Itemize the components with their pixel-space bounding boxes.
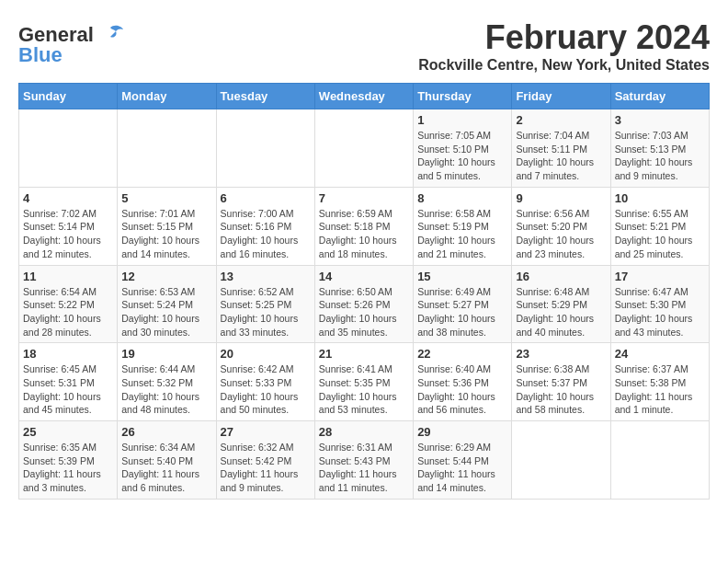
- calendar-cell: 27Sunrise: 6:32 AMSunset: 5:42 PMDayligh…: [216, 421, 314, 500]
- day-info: Sunrise: 7:05 AMSunset: 5:10 PMDaylight:…: [417, 129, 507, 183]
- day-info: Sunrise: 7:03 AMSunset: 5:13 PMDaylight:…: [615, 129, 705, 183]
- day-number: 2: [516, 113, 606, 127]
- day-number: 9: [516, 191, 606, 205]
- calendar-cell: 4Sunrise: 7:02 AMSunset: 5:14 PMDaylight…: [19, 187, 118, 265]
- month-year-title: February 2024: [418, 18, 710, 57]
- logo-blue-text: Blue: [18, 43, 63, 67]
- column-header-monday: Monday: [118, 84, 216, 109]
- day-info: Sunrise: 6:55 AMSunset: 5:21 PMDaylight:…: [615, 207, 705, 261]
- calendar-cell: [19, 109, 118, 188]
- calendar-cell: [610, 421, 709, 500]
- day-number: 5: [121, 191, 211, 205]
- calendar-cell: 13Sunrise: 6:52 AMSunset: 5:25 PMDayligh…: [216, 265, 314, 343]
- calendar-cell: 15Sunrise: 6:49 AMSunset: 5:27 PMDayligh…: [414, 265, 512, 343]
- day-number: 21: [319, 347, 409, 361]
- day-info: Sunrise: 6:37 AMSunset: 5:38 PMDaylight:…: [615, 362, 705, 417]
- calendar-cell: 8Sunrise: 6:58 AMSunset: 5:19 PMDaylight…: [414, 187, 512, 265]
- week-row-2: 4Sunrise: 7:02 AMSunset: 5:14 PMDaylight…: [19, 187, 710, 265]
- calendar-cell: 10Sunrise: 6:55 AMSunset: 5:21 PMDayligh…: [610, 187, 709, 265]
- calendar-cell: 23Sunrise: 6:38 AMSunset: 5:37 PMDayligh…: [512, 343, 610, 421]
- header-row: SundayMondayTuesdayWednesdayThursdayFrid…: [19, 84, 710, 109]
- day-info: Sunrise: 6:52 AMSunset: 5:25 PMDaylight:…: [221, 285, 311, 339]
- day-number: 18: [23, 347, 113, 361]
- day-number: 25: [23, 425, 113, 439]
- day-info: Sunrise: 6:41 AMSunset: 5:35 PMDaylight:…: [319, 362, 409, 417]
- week-row-1: 1Sunrise: 7:05 AMSunset: 5:10 PMDaylight…: [19, 109, 710, 188]
- calendar-cell: 25Sunrise: 6:35 AMSunset: 5:39 PMDayligh…: [19, 421, 118, 500]
- day-number: 12: [121, 270, 211, 283]
- calendar-cell: [512, 421, 610, 500]
- logo: General Blue: [18, 23, 125, 67]
- day-info: Sunrise: 7:04 AMSunset: 5:11 PMDaylight:…: [516, 129, 606, 183]
- day-info: Sunrise: 6:31 AMSunset: 5:43 PMDaylight:…: [319, 441, 409, 495]
- day-number: 23: [516, 347, 606, 361]
- calendar-cell: 18Sunrise: 6:45 AMSunset: 5:31 PMDayligh…: [19, 343, 118, 421]
- day-info: Sunrise: 6:50 AMSunset: 5:26 PMDaylight:…: [319, 285, 409, 339]
- day-info: Sunrise: 6:54 AMSunset: 5:22 PMDaylight:…: [23, 285, 113, 339]
- day-info: Sunrise: 6:40 AMSunset: 5:36 PMDaylight:…: [417, 362, 507, 417]
- calendar-cell: 9Sunrise: 6:56 AMSunset: 5:20 PMDaylight…: [512, 187, 610, 265]
- day-number: 4: [23, 191, 113, 205]
- day-number: 24: [615, 347, 705, 361]
- day-number: 15: [417, 270, 507, 283]
- calendar-cell: 1Sunrise: 7:05 AMSunset: 5:10 PMDaylight…: [414, 109, 512, 188]
- title-section: February 2024 Rockville Centre, New York…: [418, 18, 710, 74]
- day-number: 10: [615, 191, 705, 205]
- column-header-sunday: Sunday: [19, 84, 118, 109]
- day-info: Sunrise: 6:35 AMSunset: 5:39 PMDaylight:…: [23, 441, 113, 495]
- day-info: Sunrise: 6:48 AMSunset: 5:29 PMDaylight:…: [516, 285, 606, 339]
- day-info: Sunrise: 6:58 AMSunset: 5:19 PMDaylight:…: [417, 207, 507, 261]
- calendar-cell: 5Sunrise: 7:01 AMSunset: 5:15 PMDaylight…: [118, 187, 216, 265]
- calendar-cell: 19Sunrise: 6:44 AMSunset: 5:32 PMDayligh…: [118, 343, 216, 421]
- week-row-5: 25Sunrise: 6:35 AMSunset: 5:39 PMDayligh…: [19, 421, 710, 500]
- day-info: Sunrise: 6:59 AMSunset: 5:18 PMDaylight:…: [319, 207, 409, 261]
- day-number: 16: [516, 270, 606, 283]
- calendar-cell: 14Sunrise: 6:50 AMSunset: 5:26 PMDayligh…: [314, 265, 413, 343]
- day-number: 6: [221, 191, 311, 205]
- day-info: Sunrise: 6:49 AMSunset: 5:27 PMDaylight:…: [417, 285, 507, 339]
- calendar-cell: 6Sunrise: 7:00 AMSunset: 5:16 PMDaylight…: [216, 187, 314, 265]
- day-info: Sunrise: 6:56 AMSunset: 5:20 PMDaylight:…: [516, 207, 606, 261]
- day-number: 11: [23, 270, 113, 283]
- day-info: Sunrise: 7:01 AMSunset: 5:15 PMDaylight:…: [121, 207, 211, 261]
- day-info: Sunrise: 7:00 AMSunset: 5:16 PMDaylight:…: [221, 207, 311, 261]
- day-number: 26: [121, 425, 211, 439]
- calendar-cell: 22Sunrise: 6:40 AMSunset: 5:36 PMDayligh…: [414, 343, 512, 421]
- day-info: Sunrise: 6:29 AMSunset: 5:44 PMDaylight:…: [417, 441, 507, 495]
- calendar-cell: 11Sunrise: 6:54 AMSunset: 5:22 PMDayligh…: [19, 265, 118, 343]
- day-info: Sunrise: 6:34 AMSunset: 5:40 PMDaylight:…: [121, 441, 211, 495]
- day-info: Sunrise: 6:44 AMSunset: 5:32 PMDaylight:…: [121, 362, 211, 417]
- calendar-cell: 16Sunrise: 6:48 AMSunset: 5:29 PMDayligh…: [512, 265, 610, 343]
- calendar-cell: 24Sunrise: 6:37 AMSunset: 5:38 PMDayligh…: [610, 343, 709, 421]
- calendar-cell: 2Sunrise: 7:04 AMSunset: 5:11 PMDaylight…: [512, 109, 610, 188]
- day-number: 19: [121, 347, 211, 361]
- column-header-tuesday: Tuesday: [216, 84, 314, 109]
- calendar-cell: [216, 109, 314, 188]
- day-info: Sunrise: 6:38 AMSunset: 5:37 PMDaylight:…: [516, 362, 606, 417]
- calendar-cell: 28Sunrise: 6:31 AMSunset: 5:43 PMDayligh…: [314, 421, 413, 500]
- column-header-friday: Friday: [512, 84, 610, 109]
- day-info: Sunrise: 6:42 AMSunset: 5:33 PMDaylight:…: [221, 362, 311, 417]
- day-number: 27: [221, 425, 311, 439]
- calendar-cell: 7Sunrise: 6:59 AMSunset: 5:18 PMDaylight…: [314, 187, 413, 265]
- day-number: 3: [615, 113, 705, 127]
- column-header-thursday: Thursday: [414, 84, 512, 109]
- week-row-3: 11Sunrise: 6:54 AMSunset: 5:22 PMDayligh…: [19, 265, 710, 343]
- day-number: 20: [221, 347, 311, 361]
- day-info: Sunrise: 7:02 AMSunset: 5:14 PMDaylight:…: [23, 207, 113, 261]
- day-number: 28: [319, 425, 409, 439]
- day-info: Sunrise: 6:32 AMSunset: 5:42 PMDaylight:…: [221, 441, 311, 495]
- day-number: 13: [221, 270, 311, 283]
- calendar-cell: 12Sunrise: 6:53 AMSunset: 5:24 PMDayligh…: [118, 265, 216, 343]
- day-number: 17: [615, 270, 705, 283]
- calendar-cell: [118, 109, 216, 188]
- day-number: 7: [319, 191, 409, 205]
- day-number: 8: [417, 191, 507, 205]
- column-header-wednesday: Wednesday: [314, 84, 413, 109]
- day-number: 22: [417, 347, 507, 361]
- calendar-cell: 3Sunrise: 7:03 AMSunset: 5:13 PMDaylight…: [610, 109, 709, 188]
- week-row-4: 18Sunrise: 6:45 AMSunset: 5:31 PMDayligh…: [19, 343, 710, 421]
- calendar-cell: 26Sunrise: 6:34 AMSunset: 5:40 PMDayligh…: [118, 421, 216, 500]
- day-info: Sunrise: 6:47 AMSunset: 5:30 PMDaylight:…: [615, 285, 705, 339]
- location-subtitle: Rockville Centre, New York, United State…: [418, 57, 710, 74]
